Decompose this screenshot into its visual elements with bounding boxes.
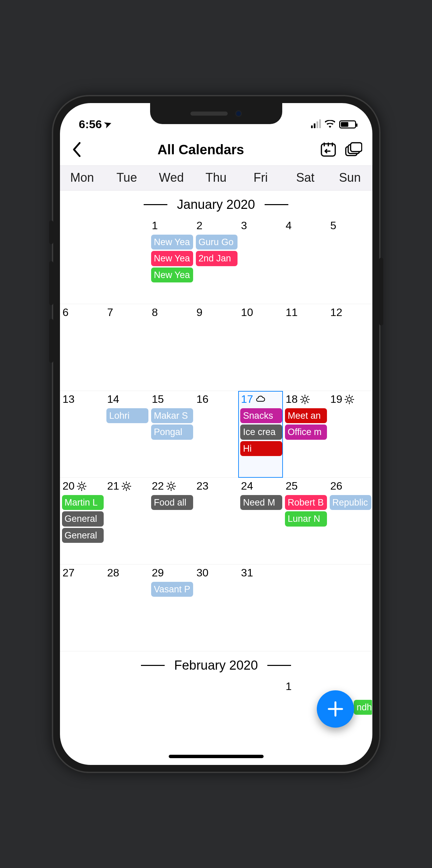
- event-pill[interactable]: General: [62, 511, 104, 526]
- day-cell[interactable]: 18Meet anOffice m: [283, 391, 328, 478]
- day-cell[interactable]: 19: [328, 391, 372, 478]
- day-cell[interactable]: [104, 217, 149, 304]
- power-button: [379, 258, 383, 326]
- svg-line-23: [346, 401, 347, 402]
- volume-up-button: [49, 261, 53, 305]
- event-list: Lohri: [106, 408, 148, 423]
- day-number: 1: [285, 680, 327, 693]
- day-cell[interactable]: 27: [60, 565, 105, 651]
- svg-line-51: [173, 483, 174, 484]
- day-cell[interactable]: [60, 678, 105, 726]
- page-title: All Calendars: [158, 142, 244, 157]
- event-pill[interactable]: Hi: [240, 441, 282, 456]
- month-grid-january[interactable]: 1New YeaNew YeaNew Yea2Guru Go2nd Jan345…: [60, 217, 372, 651]
- day-cell[interactable]: 1New YeaNew YeaNew Yea: [149, 217, 194, 304]
- day-cell[interactable]: 11: [283, 304, 328, 391]
- day-cell[interactable]: 17SnacksIce creaHi: [238, 391, 283, 478]
- event-pill[interactable]: Need M: [240, 495, 282, 510]
- day-cell[interactable]: 16: [194, 391, 239, 478]
- day-cell[interactable]: 29Vasant P: [149, 565, 194, 651]
- day-cell[interactable]: 13: [60, 391, 105, 478]
- event-list: Food all: [151, 495, 193, 510]
- day-cell[interactable]: 4: [283, 217, 328, 304]
- day-cell[interactable]: [283, 565, 328, 651]
- day-number: 21: [106, 480, 148, 492]
- day-cell[interactable]: 21: [104, 478, 149, 565]
- event-pill[interactable]: Pongal: [151, 425, 193, 439]
- event-pill[interactable]: New Yea: [151, 251, 193, 266]
- day-number: 2: [196, 219, 238, 232]
- day-cell[interactable]: 31: [238, 565, 283, 651]
- day-number: 31: [240, 567, 282, 579]
- sun-icon: [77, 481, 87, 491]
- day-cell[interactable]: 28: [104, 565, 149, 651]
- wifi-icon: [325, 118, 335, 131]
- day-cell[interactable]: 25Robert BLunar N: [283, 478, 328, 565]
- svg-line-50: [168, 488, 169, 489]
- event-pill[interactable]: Martin L: [62, 495, 104, 510]
- event-pill[interactable]: Lunar N: [285, 511, 327, 526]
- svg-line-39: [123, 483, 124, 484]
- event-pill[interactable]: Meet an: [285, 408, 327, 423]
- day-cell[interactable]: 8: [149, 304, 194, 391]
- day-cell[interactable]: 5: [328, 217, 372, 304]
- weekday-wed: Wed: [149, 166, 194, 190]
- day-cell[interactable]: 22Food all: [149, 478, 194, 565]
- day-cell[interactable]: 24Need M: [238, 478, 283, 565]
- event-pill[interactable]: Robert B: [285, 495, 327, 510]
- day-cell[interactable]: 30: [194, 565, 239, 651]
- svg-line-22: [352, 401, 353, 402]
- event-pill[interactable]: ndh: [354, 700, 372, 715]
- day-cell[interactable]: 2Guru Go2nd Jan: [194, 217, 239, 304]
- day-cell[interactable]: [104, 678, 149, 726]
- event-pill[interactable]: Lohri: [106, 408, 148, 423]
- cloud-icon: [255, 394, 265, 405]
- calendars-button[interactable]: [345, 141, 362, 158]
- day-cell[interactable]: 12: [328, 304, 372, 391]
- day-cell[interactable]: 14Lohri: [104, 391, 149, 478]
- back-button[interactable]: [71, 142, 82, 157]
- event-pill[interactable]: New Yea: [151, 268, 193, 282]
- weekday-tue: Tue: [104, 166, 149, 190]
- day-number: 23: [196, 480, 238, 492]
- event-pill[interactable]: Office m: [285, 425, 327, 439]
- event-pill[interactable]: Vasant P: [151, 582, 193, 597]
- day-cell[interactable]: 20Martin LGeneralGeneral: [60, 478, 105, 565]
- cellular-signal-icon: [311, 121, 321, 128]
- day-number: 15: [151, 393, 193, 406]
- day-cell[interactable]: [60, 217, 105, 304]
- divider: [144, 204, 167, 205]
- day-cell[interactable]: 6: [60, 304, 105, 391]
- day-cell[interactable]: [149, 678, 194, 726]
- weekday-sat: Sat: [283, 166, 328, 190]
- month-label-text: January 2020: [177, 197, 255, 212]
- day-cell[interactable]: 7: [104, 304, 149, 391]
- event-pill[interactable]: Food all: [151, 495, 193, 510]
- day-cell[interactable]: [194, 678, 239, 726]
- day-cell[interactable]: 9: [194, 304, 239, 391]
- event-list: SnacksIce creaHi: [240, 408, 282, 456]
- go-to-date-button[interactable]: [320, 141, 336, 158]
- event-pill[interactable]: New Yea: [151, 235, 193, 250]
- day-cell[interactable]: [238, 678, 283, 726]
- event-pill[interactable]: Guru Go: [196, 235, 238, 250]
- front-camera: [235, 110, 242, 117]
- weekday-header: Mon Tue Wed Thu Fri Sat Sun: [60, 165, 372, 191]
- day-cell[interactable]: 3: [238, 217, 283, 304]
- event-pill[interactable]: Makar S: [151, 408, 193, 423]
- home-indicator[interactable]: [169, 755, 264, 758]
- event-pill[interactable]: Ice crea: [240, 425, 282, 439]
- day-cell[interactable]: 23: [194, 478, 239, 565]
- event-pill[interactable]: Snacks: [240, 408, 282, 423]
- day-cell[interactable]: 10: [238, 304, 283, 391]
- event-pill[interactable]: Republic: [330, 495, 372, 510]
- day-cell[interactable]: 26Republic: [328, 478, 372, 565]
- event-pill[interactable]: General: [62, 528, 104, 543]
- day-cell[interactable]: [328, 565, 372, 651]
- svg-line-41: [123, 488, 124, 489]
- event-list: Robert BLunar N: [285, 495, 327, 527]
- add-event-button[interactable]: [317, 690, 354, 728]
- day-number: 27: [62, 567, 104, 579]
- day-cell[interactable]: 15Makar SPongal: [149, 391, 194, 478]
- event-pill[interactable]: 2nd Jan: [196, 251, 238, 266]
